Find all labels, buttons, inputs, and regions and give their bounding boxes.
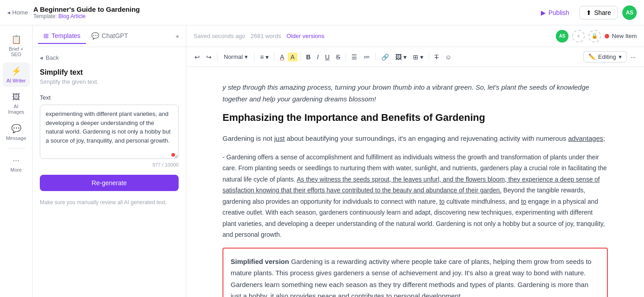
ai-disclaimer: Make sure you manually review all AI gen… xyxy=(40,198,179,206)
strikethrough-button[interactable]: S xyxy=(333,52,343,62)
align-button[interactable]: ≡ ▾ xyxy=(257,52,271,62)
doc-template: Template: Blog Article xyxy=(33,13,140,19)
lock-icon: 🔒 xyxy=(592,33,598,39)
avatar[interactable]: AS xyxy=(622,5,637,20)
sidebar-item-ai-writer[interactable]: ⚡ AI Writer xyxy=(3,62,30,87)
toolbar-divider-4 xyxy=(300,53,301,62)
back-icon: ◂ xyxy=(40,54,43,61)
char-count: 977 / 10000 xyxy=(40,162,179,168)
panel: ⊞ Templates 💬 ChatGPT ◂ ◂ Back Simplify … xyxy=(33,25,186,297)
ai-images-icon: 🖼 xyxy=(12,92,20,102)
sidebar-divider xyxy=(7,148,25,148)
tab-chatgpt[interactable]: 💬 ChatGPT xyxy=(86,29,133,44)
brief-seo-icon: 📋 xyxy=(11,34,21,44)
ai-writer-icon: ⚡ xyxy=(11,66,21,76)
message-icon: 💬 xyxy=(11,124,21,134)
lock-avatar[interactable]: 🔒 xyxy=(588,30,601,43)
sidebar-item-ai-images[interactable]: 🖼 AI Images xyxy=(3,89,30,118)
word-count: 2681 words xyxy=(251,33,281,39)
textarea-wrap xyxy=(40,105,179,160)
doc-title: A Beginner's Guide to Gardening xyxy=(33,5,140,13)
text-color-button[interactable]: A xyxy=(277,52,287,62)
simplified-text: Simplified version Gardening is a reward… xyxy=(231,256,600,297)
home-label: Home xyxy=(12,9,28,16)
editor-content[interactable]: y step through this amazing process, tur… xyxy=(186,67,644,297)
older-versions-link[interactable]: Older versions xyxy=(286,33,324,39)
chatgpt-icon: 💬 xyxy=(91,32,99,39)
plus-icon: + xyxy=(577,33,580,39)
intro-paragraph: y step through this amazing process, tur… xyxy=(223,81,608,105)
new-item-label: New Item xyxy=(612,33,637,39)
format-toolbar: ↩ ↪ Normal ▾ ≡ ▾ A A B I U S ☰ ≔ 🔗 🖼 ▾ ⊞… xyxy=(186,47,644,67)
more-options-button[interactable]: ··· xyxy=(628,52,639,62)
doc-info: A Beginner's Guide to Gardening Template… xyxy=(33,5,140,19)
italic-button[interactable]: I xyxy=(314,52,322,62)
pen-icon: ✏️ xyxy=(588,53,596,60)
emoji-button[interactable]: ☺ xyxy=(442,52,454,62)
secondary-toolbar-left: Saved seconds ago 2681 words Older versi… xyxy=(194,33,324,39)
undo-button[interactable]: ↩ xyxy=(192,52,203,62)
tab-templates[interactable]: ⊞ Templates xyxy=(38,29,86,44)
highlight-button[interactable]: A xyxy=(288,53,297,62)
toolbar-divider-1 xyxy=(217,53,218,62)
templates-icon: ⊞ xyxy=(43,32,49,39)
editing-badge: ✏️ Editing ▾ xyxy=(583,51,627,62)
main-layout: 📋 Brief + SEO ⚡ AI Writer 🖼 AI Images 💬 … xyxy=(0,25,644,297)
clear-format-button[interactable]: T̶ xyxy=(432,52,441,62)
simplify-text-input[interactable] xyxy=(40,105,179,159)
recording-dot xyxy=(171,153,175,157)
more-icon: ··· xyxy=(13,156,19,165)
text-field-label: Text xyxy=(40,94,179,101)
new-item-dot xyxy=(605,34,609,38)
chevron-left-icon: ◂ xyxy=(7,9,10,16)
panel-tabs: ⊞ Templates 💬 ChatGPT ◂ xyxy=(33,25,186,47)
add-collaborator-button[interactable]: + xyxy=(572,30,585,43)
toolbar-divider-7 xyxy=(429,53,429,62)
back-button[interactable]: ◂ Back xyxy=(40,54,179,61)
editing-chevron: ▾ xyxy=(619,53,622,60)
collaborator-avatar[interactable]: AS xyxy=(556,30,568,43)
icon-sidebar: 📋 Brief + SEO ⚡ AI Writer 🖼 AI Images 💬 … xyxy=(0,25,33,297)
toolbar-divider-3 xyxy=(274,53,275,62)
top-bar: ◂ Home A Beginner's Guide to Gardening T… xyxy=(0,0,644,25)
top-bar-left: ◂ Home A Beginner's Guide to Gardening T… xyxy=(7,5,140,19)
simplified-version-box: Simplified version Gardening is a reward… xyxy=(223,248,608,297)
chevron-down-icon: ▾ xyxy=(245,53,248,60)
saved-info: Saved seconds ago xyxy=(194,33,245,39)
link-button[interactable]: 🔗 xyxy=(379,52,392,62)
publish-button[interactable]: ▶ Publish xyxy=(535,6,575,19)
editor-area: Saved seconds ago 2681 words Older versi… xyxy=(186,25,644,297)
paragraph-1: Gardening is not just about beautifying … xyxy=(223,133,608,144)
sidebar-item-message[interactable]: 💬 Message xyxy=(3,120,30,144)
regenerate-button[interactable]: Re-generate xyxy=(40,175,179,191)
secondary-toolbar-right: AS + 🔒 New Item xyxy=(556,30,637,43)
new-item-indicator: New Item xyxy=(605,33,637,39)
publish-icon: ▶ xyxy=(541,9,546,16)
bold-button[interactable]: B xyxy=(303,52,313,62)
toolbar-divider-5 xyxy=(346,53,346,62)
share-icon: ⬆ xyxy=(586,9,592,16)
panel-tab-group: ⊞ Templates 💬 ChatGPT xyxy=(38,29,133,43)
paragraph-2: - Gardening offers a sense of accomplish… xyxy=(223,152,608,240)
ordered-list-button[interactable]: ≔ xyxy=(361,52,373,62)
tool-title: Simplify text xyxy=(40,68,179,77)
text-style-select[interactable]: Normal ▾ xyxy=(220,52,251,62)
sidebar-item-brief-seo[interactable]: 📋 Brief + SEO xyxy=(3,31,30,61)
top-bar-right: ▶ Publish ⬆ Share AS xyxy=(535,5,637,20)
sidebar-item-more[interactable]: ··· More xyxy=(3,152,30,176)
toolbar-divider-6 xyxy=(375,53,376,62)
image-button[interactable]: 🖼 ▾ xyxy=(393,52,409,62)
share-button[interactable]: ⬆ Share xyxy=(579,6,618,19)
tool-description: Simplify the given text. xyxy=(40,78,179,85)
home-link[interactable]: ◂ Home xyxy=(7,9,28,16)
section-heading: Emphasizing the Importance and Benefits … xyxy=(223,112,608,124)
redo-button[interactable]: ↪ xyxy=(204,52,214,62)
table-button[interactable]: ⊞ ▾ xyxy=(410,52,426,62)
panel-collapse-button[interactable]: ◂ xyxy=(174,31,180,41)
toolbar-divider-2 xyxy=(254,53,255,62)
template-link[interactable]: Blog Article xyxy=(58,13,85,19)
editing-label: Editing xyxy=(598,53,616,60)
underline-button[interactable]: U xyxy=(322,52,332,62)
secondary-toolbar: Saved seconds ago 2681 words Older versi… xyxy=(186,25,644,47)
bullet-list-button[interactable]: ☰ xyxy=(349,52,360,62)
